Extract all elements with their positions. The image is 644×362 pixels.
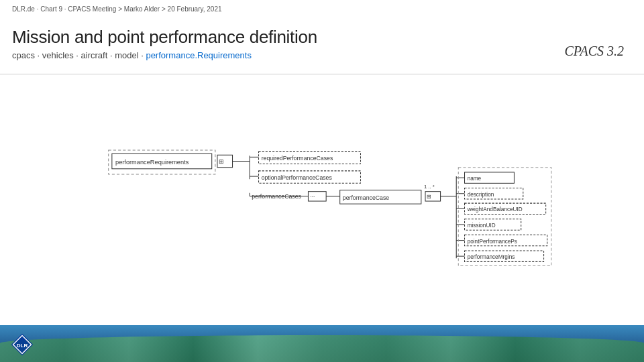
breadcrumb: DLR.de · Chart 9 · CPACS Meeting > Marko… xyxy=(12,5,222,13)
svg-text:requiredPerformanceCases: requiredPerformanceCases xyxy=(262,155,333,162)
svg-text:⊞: ⊞ xyxy=(427,194,431,200)
svg-text:weightAndBalanceUID: weightAndBalanceUID xyxy=(467,206,523,213)
schema-diagram: performanceRequirements ⊞ requiredPerfor… xyxy=(12,77,632,272)
title-area: Mission and point performance definition… xyxy=(12,27,317,60)
svg-text:pointPerformancePs: pointPerformancePs xyxy=(468,239,517,245)
separator-line xyxy=(0,74,644,74)
svg-text:optionalPerformanceCases: optionalPerformanceCases xyxy=(262,174,333,181)
path-prefix: cpacs · vehicles · aircraft · model · xyxy=(12,50,146,60)
svg-text:DLR: DLR xyxy=(17,343,28,349)
svg-text:performanceMrgins: performanceMrgins xyxy=(468,254,515,260)
path-breadcrumb: cpacs · vehicles · aircraft · model · pe… xyxy=(12,50,317,60)
svg-text:1 .. *: 1 .. * xyxy=(424,184,435,190)
svg-text:···: ··· xyxy=(311,194,315,200)
svg-text:performanceCase: performanceCase xyxy=(343,194,389,201)
svg-text:missionUID: missionUID xyxy=(468,223,496,229)
breadcrumb-text: DLR.de · Chart 9 · CPACS Meeting > Marko… xyxy=(12,5,222,13)
svg-rect-44 xyxy=(458,168,551,266)
diagram-area: performanceRequirements ⊞ requiredPerfor… xyxy=(12,77,632,272)
path-link[interactable]: performance.Requirements xyxy=(146,50,252,60)
cpacs-version-badge: CPACS 3.2 xyxy=(564,44,624,59)
svg-text:description: description xyxy=(468,192,494,198)
svg-text:performanceRequirements: performanceRequirements xyxy=(115,159,189,166)
page-title: Mission and point performance definition xyxy=(12,27,317,48)
dlr-logo: DLR xyxy=(10,333,34,357)
svg-text:⊞: ⊞ xyxy=(219,158,224,165)
dlr-logo-icon: DLR xyxy=(10,333,34,357)
bottom-bar: DLR xyxy=(0,325,644,362)
svg-text:name: name xyxy=(468,176,482,182)
